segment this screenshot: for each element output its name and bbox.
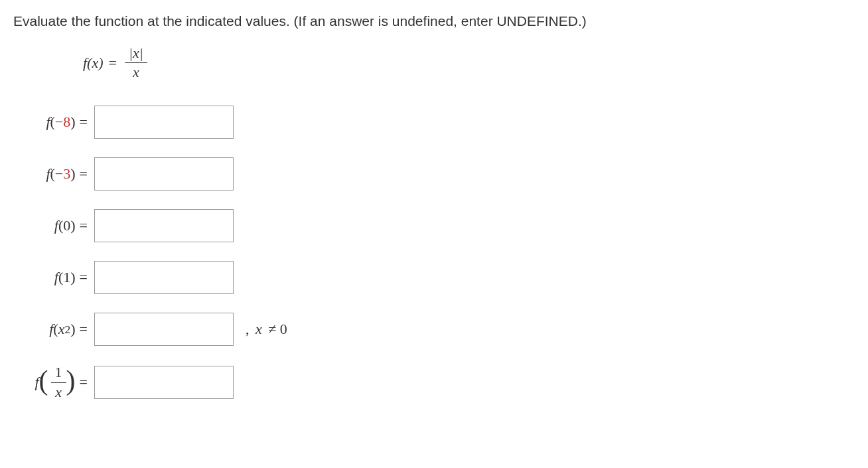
value: 0 bbox=[63, 217, 70, 234]
equals: = bbox=[80, 374, 88, 391]
answer-row: f(−8) = bbox=[13, 106, 855, 139]
function-name: f(x) bbox=[83, 54, 104, 72]
answer-input[interactable] bbox=[94, 313, 234, 346]
row-label: f(1) = bbox=[13, 269, 94, 286]
fraction-numerator: |x| bbox=[125, 45, 147, 63]
close-paren: ) bbox=[70, 114, 75, 131]
answer-input[interactable] bbox=[94, 366, 234, 399]
equals: = bbox=[109, 54, 117, 72]
answer-input[interactable] bbox=[94, 209, 234, 242]
instruction-text: Evaluate the function at the indicated v… bbox=[13, 13, 855, 29]
close-paren: ) bbox=[70, 269, 75, 286]
equals: = bbox=[80, 114, 88, 131]
equals: = bbox=[80, 217, 88, 234]
fraction: |x| x bbox=[125, 45, 147, 80]
close-paren: ) bbox=[70, 321, 75, 338]
f-of-frac: f( 1 x ) bbox=[35, 364, 75, 400]
answer-input[interactable] bbox=[94, 106, 234, 139]
x-base: x bbox=[58, 321, 65, 338]
value: 1 bbox=[63, 269, 70, 286]
fraction-arg: 1 x bbox=[51, 364, 66, 400]
close-paren-big: ) bbox=[66, 368, 76, 394]
row-label: f(0) = bbox=[13, 217, 94, 234]
x-var: x bbox=[255, 321, 262, 337]
fraction-numerator: 1 bbox=[51, 364, 66, 382]
open-paren: ( bbox=[50, 165, 55, 183]
equals: = bbox=[80, 269, 88, 286]
answer-row: f(0) = bbox=[13, 209, 855, 242]
zero-val: 0 bbox=[280, 321, 287, 337]
equals: = bbox=[80, 165, 88, 183]
answer-input[interactable] bbox=[94, 261, 234, 294]
function-definition: f(x) = |x| x bbox=[83, 45, 855, 80]
open-paren: ( bbox=[53, 321, 58, 338]
fraction-denominator: x bbox=[133, 63, 139, 80]
open-paren: ( bbox=[58, 269, 63, 286]
fraction-denominator: x bbox=[55, 383, 62, 400]
close-paren: ) bbox=[70, 217, 75, 234]
answer-row: f( 1 x ) = bbox=[13, 364, 855, 400]
answer-row: f(x2) = , x ≠ 0 bbox=[13, 313, 855, 346]
row-label: f(x2) = bbox=[13, 321, 94, 338]
comma: , bbox=[246, 321, 250, 337]
row-label: f( 1 x ) = bbox=[13, 364, 94, 400]
open-paren-big: ( bbox=[39, 368, 48, 394]
condition-tail: , x ≠ 0 bbox=[246, 321, 287, 338]
neg-value: −8 bbox=[55, 114, 70, 131]
neg-value: −3 bbox=[55, 165, 70, 183]
close-paren: ) bbox=[70, 165, 75, 183]
equals: = bbox=[80, 321, 88, 338]
answer-row: f(−3) = bbox=[13, 157, 855, 191]
not-equal: ≠ bbox=[268, 321, 276, 337]
open-paren: ( bbox=[58, 217, 63, 234]
open-paren: ( bbox=[50, 114, 55, 131]
row-label: f(−8) = bbox=[13, 114, 94, 131]
answer-input[interactable] bbox=[94, 157, 234, 191]
answer-row: f(1) = bbox=[13, 261, 855, 294]
row-label: f(−3) = bbox=[13, 165, 94, 183]
